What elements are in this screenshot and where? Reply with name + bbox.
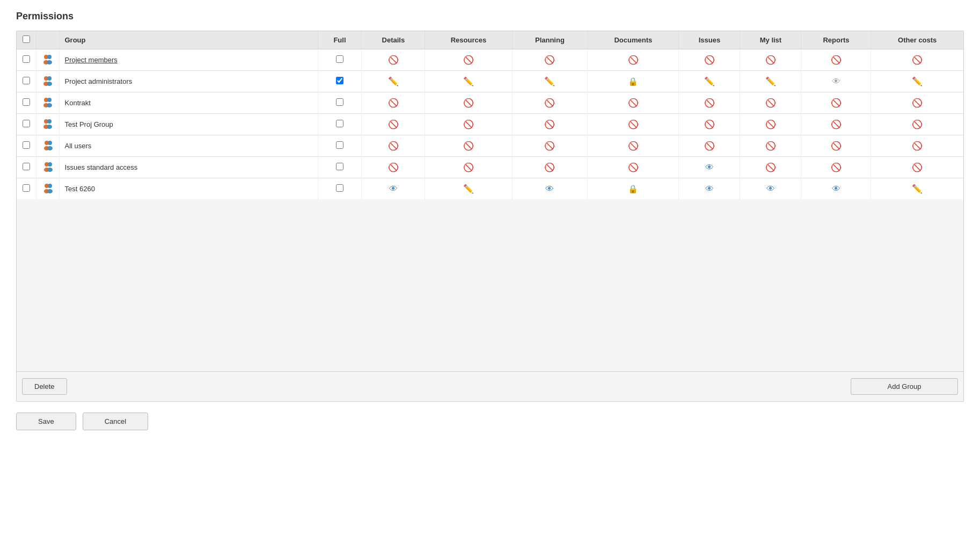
row-reports-cell[interactable]: 🚫 <box>801 114 871 135</box>
perm-no-icon[interactable]: 🚫 <box>544 55 555 65</box>
perm-no-icon[interactable]: 🚫 <box>765 98 776 108</box>
perm-full-checkbox[interactable] <box>336 55 343 63</box>
row-other-costs-cell[interactable]: 🚫 <box>871 157 963 178</box>
perm-no-icon[interactable]: 🚫 <box>628 141 639 151</box>
row-other-costs-cell[interactable]: 🚫 <box>871 92 963 114</box>
perm-view-icon[interactable]: 👁 <box>705 184 714 194</box>
perm-no-icon[interactable]: 🚫 <box>831 55 842 65</box>
row-full-cell[interactable] <box>318 135 362 157</box>
row-planning-cell[interactable]: 👁 <box>512 178 588 200</box>
perm-edit-icon[interactable]: ✏️ <box>463 184 474 194</box>
row-mylist-cell[interactable]: 🚫 <box>740 114 801 135</box>
row-documents-cell[interactable]: 🚫 <box>588 135 679 157</box>
perm-no-icon[interactable]: 🚫 <box>704 55 715 65</box>
perm-edit-gray-icon[interactable]: ✏️ <box>704 76 715 86</box>
row-other-costs-cell[interactable]: 🚫 <box>871 135 963 157</box>
perm-edit-gray-icon[interactable]: ✏️ <box>544 76 555 86</box>
perm-no-icon[interactable]: 🚫 <box>628 162 639 172</box>
row-issues-cell[interactable]: 🚫 <box>679 92 740 114</box>
perm-no-icon[interactable]: 🚫 <box>463 119 474 129</box>
perm-no-icon[interactable]: 🚫 <box>765 141 776 151</box>
row-mylist-cell[interactable]: 👁 <box>740 178 801 200</box>
perm-view-icon[interactable]: 👁 <box>389 184 398 194</box>
perm-no-icon[interactable]: 🚫 <box>912 98 923 108</box>
save-button[interactable]: Save <box>16 413 76 430</box>
perm-full-checkbox[interactable] <box>336 184 343 192</box>
row-planning-cell[interactable]: ✏️ <box>512 71 588 92</box>
row-documents-cell[interactable]: 🚫 <box>588 114 679 135</box>
row-issues-cell[interactable]: 🚫 <box>679 49 740 71</box>
row-other-costs-cell[interactable]: 🚫 <box>871 114 963 135</box>
row-details-cell[interactable]: 🚫 <box>362 114 425 135</box>
row-resources-cell[interactable]: 🚫 <box>425 135 512 157</box>
row-issues-cell[interactable]: 👁 <box>679 157 740 178</box>
perm-no-icon[interactable]: 🚫 <box>463 141 474 151</box>
perm-edit-gray-icon[interactable]: ✏️ <box>463 76 474 86</box>
row-full-cell[interactable] <box>318 114 362 135</box>
delete-button[interactable]: Delete <box>22 378 67 395</box>
row-mylist-cell[interactable]: 🚫 <box>740 49 801 71</box>
row-details-cell[interactable]: 🚫 <box>362 135 425 157</box>
row-reports-cell[interactable]: 👁 <box>801 178 871 200</box>
row-mylist-cell[interactable]: ✏️ <box>740 71 801 92</box>
perm-no-icon[interactable]: 🚫 <box>463 162 474 172</box>
perm-edit-gray-icon[interactable]: ✏️ <box>765 76 776 86</box>
row-documents-cell[interactable]: 🚫 <box>588 49 679 71</box>
perm-full-checkbox[interactable] <box>336 77 343 84</box>
perm-view-icon[interactable]: 👁 <box>545 184 554 194</box>
row-checkbox[interactable] <box>23 55 30 63</box>
perm-view-icon[interactable]: 👁 <box>705 163 714 172</box>
perm-no-icon[interactable]: 🚫 <box>388 141 399 151</box>
row-checkbox[interactable] <box>23 184 30 192</box>
perm-edit-gray-icon[interactable]: ✏️ <box>912 76 923 86</box>
row-planning-cell[interactable]: 🚫 <box>512 135 588 157</box>
row-resources-cell[interactable]: ✏️ <box>425 178 512 200</box>
perm-no-icon[interactable]: 🚫 <box>831 119 842 129</box>
row-resources-cell[interactable]: 🚫 <box>425 49 512 71</box>
row-planning-cell[interactable]: 🚫 <box>512 157 588 178</box>
row-other-costs-cell[interactable]: ✏️ <box>871 71 963 92</box>
row-full-cell[interactable] <box>318 178 362 200</box>
row-documents-cell[interactable]: 🚫 <box>588 157 679 178</box>
add-group-button[interactable]: Add Group <box>851 378 958 395</box>
row-name-cell[interactable]: Project members <box>59 49 318 71</box>
perm-no-icon[interactable]: 🚫 <box>912 55 923 65</box>
row-documents-cell[interactable]: 🚫 <box>588 92 679 114</box>
row-issues-cell[interactable]: ✏️ <box>679 71 740 92</box>
perm-full-checkbox[interactable] <box>336 120 343 127</box>
perm-no-icon[interactable]: 🚫 <box>912 119 923 129</box>
perm-no-icon[interactable]: 🚫 <box>388 162 399 172</box>
perm-full-checkbox[interactable] <box>336 163 343 170</box>
perm-no-icon[interactable]: 🚫 <box>628 119 639 129</box>
row-resources-cell[interactable]: 🚫 <box>425 114 512 135</box>
row-checkbox[interactable] <box>23 163 30 170</box>
perm-no-icon[interactable]: 🚫 <box>912 162 923 172</box>
row-documents-cell[interactable]: 🔒 <box>588 178 679 200</box>
perm-no-icon[interactable]: 🚫 <box>544 98 555 108</box>
row-details-cell[interactable]: ✏️ <box>362 71 425 92</box>
perm-no-icon[interactable]: 🚫 <box>765 162 776 172</box>
group-name-link[interactable]: Project members <box>65 56 118 64</box>
select-all-checkbox[interactable] <box>23 35 30 43</box>
perm-no-icon[interactable]: 🚫 <box>388 55 399 65</box>
perm-no-icon[interactable]: 🚫 <box>765 55 776 65</box>
row-reports-cell[interactable]: 🚫 <box>801 92 871 114</box>
perm-no-icon[interactable]: 🚫 <box>704 119 715 129</box>
row-other-costs-cell[interactable]: ✏️ <box>871 178 963 200</box>
row-details-cell[interactable]: 🚫 <box>362 92 425 114</box>
perm-no-icon[interactable]: 🚫 <box>463 98 474 108</box>
row-reports-cell[interactable]: 🚫 <box>801 49 871 71</box>
row-mylist-cell[interactable]: 🚫 <box>740 157 801 178</box>
perm-full-checkbox[interactable] <box>336 141 343 149</box>
perm-no-icon[interactable]: 🚫 <box>463 55 474 65</box>
perm-no-icon[interactable]: 🚫 <box>544 162 555 172</box>
perm-no-icon[interactable]: 🚫 <box>831 98 842 108</box>
perm-no-icon[interactable]: 🚫 <box>544 141 555 151</box>
row-full-cell[interactable] <box>318 71 362 92</box>
row-other-costs-cell[interactable]: 🚫 <box>871 49 963 71</box>
perm-edit-icon[interactable]: ✏️ <box>912 184 923 194</box>
row-checkbox[interactable] <box>23 98 30 106</box>
row-details-cell[interactable]: 🚫 <box>362 157 425 178</box>
row-resources-cell[interactable]: 🚫 <box>425 157 512 178</box>
perm-no-icon[interactable]: 🚫 <box>388 119 399 129</box>
